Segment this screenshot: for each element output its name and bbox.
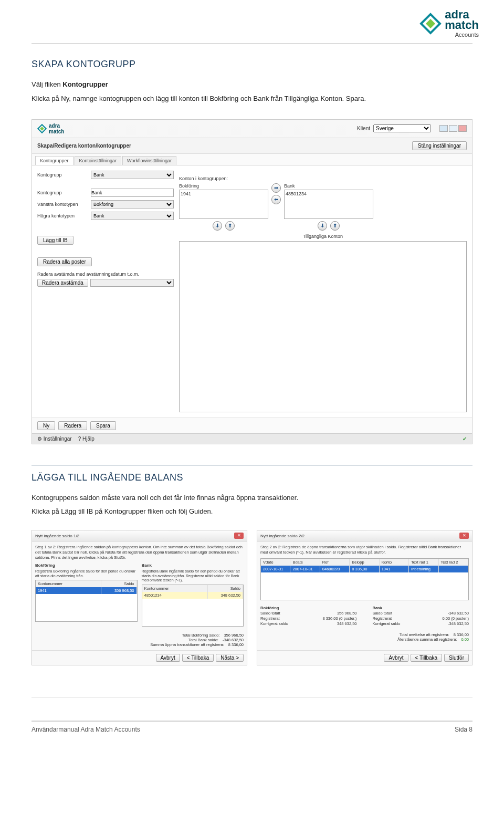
body-text: Klicka på Ny, namnge kontogruppen och lä… (32, 93, 472, 105)
status-installningar[interactable]: ⚙ Inställningar (37, 436, 72, 442)
up-icon[interactable]: ⬆ (330, 221, 340, 231)
totals: Total Bokföring saldo:356 968,50 Total B… (35, 633, 244, 647)
bank-header: Bank (142, 563, 244, 568)
down-icon[interactable]: ⬇ (318, 221, 327, 231)
svg-marker-3 (40, 127, 44, 131)
bank-list[interactable]: 48501234 (284, 190, 373, 219)
tab-kontoinstallningar[interactable]: Kontoinställningar (75, 156, 122, 165)
kontogrupp-select[interactable]: Bank (91, 171, 174, 179)
status-hjalp[interactable]: ? Hjälp (78, 436, 94, 442)
kontogrupp-input[interactable] (91, 189, 174, 197)
divider (32, 43, 472, 44)
radera-avst-label: Radera avstämda med avstämningsdatum t.o… (37, 272, 174, 277)
radera-avstamda-button[interactable]: Radera avstämda (37, 279, 88, 287)
down-icon[interactable]: ⬇ (213, 221, 222, 231)
kontogrupp-label: Kontogrupp (37, 172, 88, 178)
hogra-label: Högra kontotypen (37, 213, 88, 218)
logo-text: adramatch Accounts (445, 9, 479, 38)
body-text: Välj fliken Kontogrupper (32, 79, 472, 90)
spara-button[interactable]: Spara (90, 421, 116, 430)
close-icon[interactable]: ✕ (234, 533, 244, 539)
klient-select[interactable]: Sverige (373, 124, 431, 132)
window-controls (439, 125, 467, 132)
section-heading-lagga: LÄGGA TILL INGÅENDE BALANS (32, 472, 472, 483)
minimize-icon[interactable] (439, 125, 448, 132)
bank-table: KontonummerSaldo 48501234348 632,50 (142, 585, 244, 627)
app-window-screenshot: adramatch Klient Sverige Skapa/Redigera … (32, 119, 472, 444)
maximize-icon[interactable] (449, 125, 457, 132)
bokforing-header: Bokföring (35, 563, 138, 568)
footer-left: Användarmanual Adra Match Accounts (32, 726, 140, 733)
dialog-step-1: Nytt ingående saldo 1/2✕ Steg 1 av 2: Re… (32, 530, 247, 665)
wizard-dialogs: Nytt ingående saldo 1/2✕ Steg 1 av 2: Re… (32, 530, 472, 665)
app-logo: adramatch (37, 123, 64, 134)
tillbaka-button[interactable]: < Tillbaka (182, 654, 214, 662)
summary: Bokföring Saldo totalt356 968,50 Registr… (260, 606, 469, 626)
footer-right: Sida 8 (455, 726, 472, 733)
divider (32, 465, 472, 466)
tab-workflow[interactable]: Workflowinställningar (122, 156, 176, 165)
radera-alla-button[interactable]: Radera alla poster (37, 257, 92, 266)
bokforing-list[interactable]: 1941 (179, 190, 268, 219)
step-text: Steg 1 av 2: Registrera ingående saldon … (35, 545, 244, 560)
ny-button[interactable]: Ny (37, 421, 55, 430)
arrow-left-icon[interactable]: ⬅ (271, 195, 281, 204)
tillgangliga-list[interactable] (179, 241, 467, 412)
logo: adramatch Accounts (419, 9, 479, 38)
klient-label: Klient (357, 126, 370, 131)
page-footer: Användarmanual Adra Match Accounts Sida … (32, 721, 472, 733)
dialog-title: Nytt ingående saldo 2/2 (260, 534, 304, 538)
trans-table: VdateBdate RefBelopp KontoText rad 1 Tex… (260, 558, 469, 600)
svg-marker-1 (426, 19, 435, 28)
vanstra-select[interactable]: Bokföring (91, 200, 174, 209)
konton-i-label: Konton i kontogruppen: (179, 176, 467, 181)
close-icon[interactable] (458, 125, 467, 132)
bokf-note: Registrera Bokföring ingående saldo för … (35, 569, 138, 578)
totals: Total avvikelse att registrera:8 336,00 … (260, 632, 469, 642)
dialog-step-2: Nytt ingående saldo 2/2✕ Steg 2 av 2: Re… (257, 530, 472, 665)
nasta-button[interactable]: Nästa > (216, 654, 244, 662)
avbryt-button[interactable]: Avbryt (156, 654, 180, 662)
bokforing-table: KontonummerSaldo 1941356 968,50 (35, 580, 138, 622)
close-icon[interactable]: ✕ (459, 533, 469, 539)
radera-avst-date[interactable] (90, 279, 174, 287)
body-text: Kontogruppens saldon måste vara noll och… (32, 493, 472, 504)
radera-button[interactable]: Radera (58, 421, 87, 430)
divider (32, 697, 472, 697)
tillbaka-button[interactable]: < Tillbaka (411, 654, 443, 662)
dialog-title: Nytt ingående saldo 1/2 (35, 534, 79, 538)
bank-note: Registrera Bank ingående saldo för den p… (142, 569, 244, 582)
logo-mark-icon (419, 13, 442, 35)
tab-kontogrupper[interactable]: Kontogrupper (35, 156, 74, 165)
avbryt-button[interactable]: Avbryt (384, 654, 408, 662)
col-bokforing-label: Bokföring (179, 183, 268, 189)
step-text: Steg 2 av 2: Registrera de öppna transak… (260, 545, 469, 555)
col-bank-label: Bank (284, 183, 373, 189)
vanstra-label: Vänstra kontotypen (37, 202, 88, 207)
panel-title: Skapa/Redigera konton/kontogrupper (37, 143, 131, 149)
kontogrupp-input-label: Kontogrupp (37, 190, 88, 195)
hogra-select[interactable]: Bank (91, 212, 174, 220)
check-icon: ✔ (463, 436, 467, 442)
body-text: Klicka på Lägg till IB på Kontogrupper f… (32, 506, 472, 517)
close-settings-button[interactable]: Stäng inställningar (412, 141, 467, 150)
arrow-right-icon[interactable]: ➡ (271, 183, 281, 193)
section-heading-skapa: SKAPA KONTOGRUPP (32, 59, 472, 70)
lagg-till-ib-button[interactable]: Lägg till IB (37, 236, 74, 245)
up-icon[interactable]: ⬆ (225, 221, 235, 231)
tillgangliga-label: Tillgängliga Konton (179, 234, 467, 239)
slutfor-button[interactable]: Slutför (444, 654, 469, 662)
